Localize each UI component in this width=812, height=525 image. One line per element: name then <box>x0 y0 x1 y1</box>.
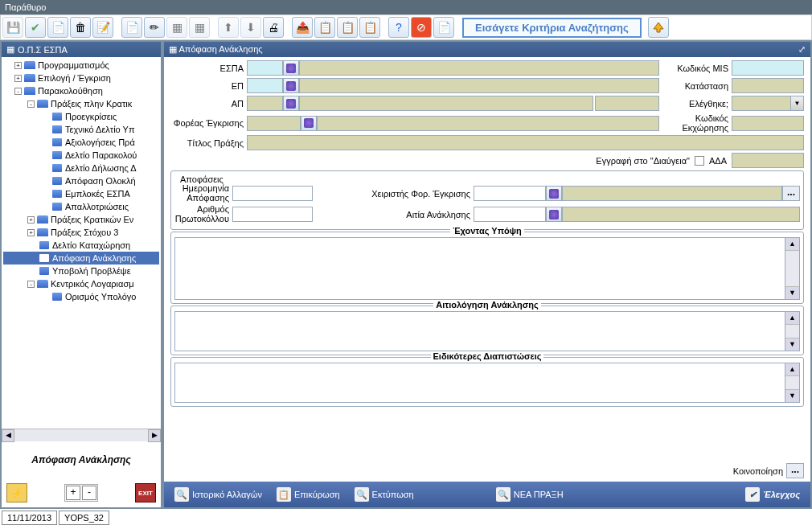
scroll-up-icon[interactable]: ▲ <box>785 363 799 376</box>
exit-icon[interactable]: EXIT <box>135 483 156 502</box>
imerominia-input[interactable] <box>232 186 313 201</box>
xeiristis-lookup-button[interactable] <box>546 186 562 201</box>
zoom-out-button[interactable]: - <box>82 486 96 500</box>
istoriko-button[interactable]: 🔍 Ιστορικό Αλλαγών <box>169 485 268 504</box>
ep-lookup-button[interactable] <box>283 78 299 93</box>
foreas-code-input[interactable] <box>247 116 301 131</box>
tree-node[interactable]: Αξιολογήσεις Πρά <box>3 136 159 149</box>
pencil-icon[interactable]: ✏ <box>144 17 165 38</box>
scroll-down-icon[interactable]: ▼ <box>785 389 799 402</box>
lightning-icon[interactable]: ⚡ <box>6 483 27 502</box>
tree-node[interactable]: -Κεντρικός Λογαριασμ <box>3 277 159 290</box>
doc-edit-icon[interactable]: 📝 <box>92 17 113 38</box>
ap-desc2-input[interactable] <box>595 96 659 111</box>
ep-code-input[interactable] <box>247 78 283 93</box>
ep-desc-input[interactable] <box>299 78 659 93</box>
print-icon[interactable]: 🖨 <box>263 17 284 38</box>
eidikoteres-textarea[interactable] <box>174 363 785 403</box>
doc-new-icon[interactable]: 📄 <box>121 17 142 38</box>
ap-lookup-button[interactable] <box>283 96 299 111</box>
katastasi-input[interactable] <box>732 78 804 93</box>
arrow-up-icon[interactable]: ⬆ <box>218 17 239 38</box>
scroll-up-icon[interactable]: ▲ <box>785 312 799 325</box>
exontas-scrollbar[interactable]: ▲ ▼ <box>785 237 800 300</box>
paste-icon[interactable]: 📋 <box>359 17 380 38</box>
tree-node[interactable]: -Πράξεις πλην Κρατικ <box>3 97 159 110</box>
tree-node[interactable]: Απόφαση Ανάκλησης <box>3 252 159 265</box>
titlos-input[interactable] <box>247 135 804 150</box>
tree-node[interactable]: Εμπλοκές ΕΣΠΑ <box>3 187 159 200</box>
expander-icon[interactable]: + <box>27 216 35 224</box>
tree-node[interactable]: Προεγκρίσεις <box>3 110 159 123</box>
tree-node[interactable]: Απαλλοτριώσεις <box>3 200 159 213</box>
espa-lookup-button[interactable] <box>283 60 299 76</box>
tree-node[interactable]: -Παρακολούθηση <box>3 84 159 97</box>
kodikos-ekx-input[interactable] <box>732 116 804 131</box>
epikyrosi-button[interactable]: 📋 Επικύρωση <box>271 485 346 504</box>
note-icon[interactable]: 📄 <box>433 17 454 38</box>
tree-node[interactable]: Ορισμός Υπολόγο <box>3 290 159 303</box>
tree-node[interactable]: +Πράξεις Στόχου 3 <box>3 226 159 239</box>
form-icon[interactable]: 📋 <box>314 17 335 38</box>
expander-icon[interactable]: - <box>14 88 22 95</box>
ada-input[interactable] <box>732 153 804 168</box>
espa-desc-input[interactable] <box>299 60 659 76</box>
aitia-code-input[interactable] <box>474 207 546 222</box>
help-icon[interactable]: ? <box>388 17 409 38</box>
mis-input[interactable] <box>732 60 804 76</box>
zoom-in-button[interactable]: + <box>66 486 80 500</box>
save-icon[interactable]: 💾 <box>2 17 23 38</box>
koinopoiisi-button[interactable]: ... <box>786 463 804 478</box>
scroll-left-icon[interactable]: ◀ <box>2 429 14 442</box>
xeiristis-desc-input[interactable] <box>562 186 782 201</box>
diavgeia-checkbox[interactable] <box>695 156 704 166</box>
expander-icon[interactable]: + <box>14 75 22 82</box>
stop-icon[interactable]: ⊘ <box>411 17 432 38</box>
scroll-right-icon[interactable]: ▶ <box>148 429 161 442</box>
clipboard-icon[interactable]: 📋 <box>337 17 358 38</box>
expander-icon[interactable]: - <box>27 100 35 108</box>
protokollo-input[interactable] <box>232 207 313 222</box>
maximize-icon[interactable]: ⤢ <box>798 44 806 55</box>
expander-icon[interactable]: + <box>14 62 22 69</box>
scroll-up-icon[interactable]: ▲ <box>785 238 799 251</box>
tree-node[interactable]: +Πράξεις Κρατικών Εν <box>3 213 159 226</box>
tree-node[interactable]: Δελτίο Καταχώρηση <box>3 239 159 252</box>
ap-code-input[interactable] <box>247 96 283 111</box>
arrow-down-icon[interactable]: ⬇ <box>240 17 261 38</box>
check-icon[interactable]: ✔ <box>25 17 46 38</box>
aitiologisi-textarea[interactable] <box>174 311 785 351</box>
aitia-lookup-button[interactable] <box>546 207 562 222</box>
tree-h-scrollbar[interactable]: ◀ ▶ <box>2 429 161 441</box>
espa-code-input[interactable] <box>247 60 283 76</box>
xeiristis-code-input[interactable] <box>474 186 546 201</box>
scroll-down-icon[interactable]: ▼ <box>785 338 799 351</box>
tree-node[interactable]: +Προγραμματισμός <box>3 59 159 72</box>
exontas-textarea[interactable] <box>174 237 785 300</box>
tree-node[interactable]: Δελτίο Δήλωσης Δ <box>3 162 159 174</box>
aitiologisi-scrollbar[interactable]: ▲ ▼ <box>785 311 800 351</box>
tree-node[interactable]: Τεχνικό Δελτίο Υπ <box>3 123 159 136</box>
expander-icon[interactable]: + <box>27 229 35 236</box>
expander-icon[interactable]: - <box>27 281 35 288</box>
elegxthike-select[interactable] <box>732 96 791 111</box>
grid2-icon[interactable]: ▦ <box>189 17 210 38</box>
tree-node[interactable]: +Επιλογή / Έγκριση <box>3 72 159 84</box>
eidikoteres-scrollbar[interactable]: ▲ ▼ <box>785 363 800 403</box>
more-button[interactable]: ... <box>782 186 800 201</box>
doc-refresh-icon[interactable]: 📄 <box>47 17 68 38</box>
ap-desc1-input[interactable] <box>299 96 593 111</box>
foreas-lookup-button[interactable] <box>301 116 317 131</box>
doc-delete-icon[interactable]: 🗑 <box>70 17 91 38</box>
nea-praxi-button[interactable]: 🔍 ΝΕΑ ΠΡΑΞΗ <box>490 485 569 504</box>
ektyposi-button[interactable]: 🔍 Εκτύπωση <box>349 485 420 504</box>
tree-node[interactable]: Υποβολή Προβλέψε <box>3 265 159 277</box>
tree-node[interactable]: Δελτίο Παρακολού <box>3 149 159 162</box>
export-icon[interactable]: 📤 <box>292 17 313 38</box>
nav-tree[interactable]: +Προγραμματισμός+Επιλογή / Έγκριση-Παρακ… <box>2 57 161 429</box>
tree-node[interactable]: Απόφαση Ολοκλή <box>3 174 159 187</box>
arrow-up-green-icon[interactable] <box>648 17 669 38</box>
elegxos-button[interactable]: ✔ Έλεγχος <box>740 485 806 504</box>
scroll-down-icon[interactable]: ▼ <box>785 286 799 299</box>
grid-icon[interactable]: ▦ <box>166 17 187 38</box>
